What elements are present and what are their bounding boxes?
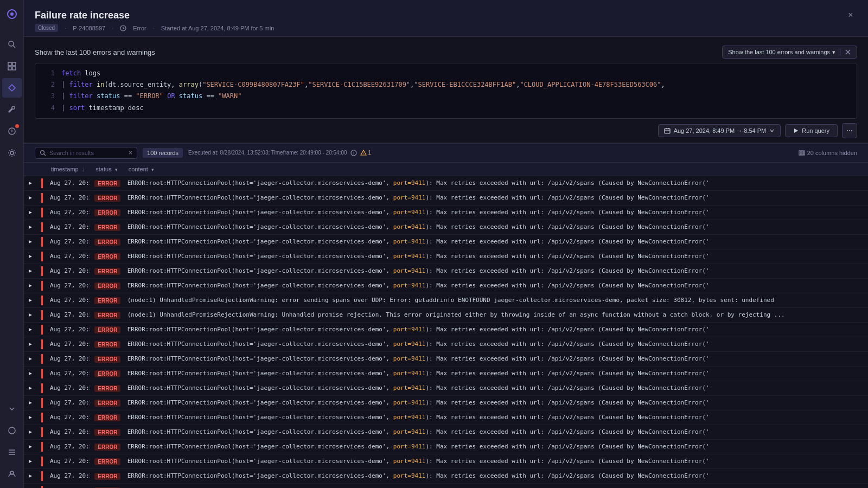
timestamp-cell: Aug 27, 20:53:59.624 [46,293,90,307]
more-icon: ⋯ [846,127,853,134]
expand-cell[interactable] [24,278,37,293]
svg-marker-36 [29,226,32,229]
timestamp-cell: Aug 27, 20:53:59.260 [46,439,90,454]
table-row: Aug 27, 20:53:59.624ERROR(node:1) Unhand… [24,307,868,322]
run-query-button[interactable]: Run query [785,124,838,137]
expand-cell[interactable] [24,205,37,220]
grid-icon-btn[interactable] [2,56,22,76]
expand-cell[interactable] [24,395,37,410]
user-icon-btn[interactable] [2,464,22,484]
timestamp-cell: Aug 27, 20:53:59.361 [46,381,90,395]
incident-type: Error [133,25,146,31]
alert-icon-btn[interactable] [2,121,22,141]
content-cell: ERROR:root:HTTPConnectionPool(host='jaeg… [123,220,868,234]
content-cell: ERROR:root:HTTPConnectionPool(host='jaeg… [123,278,868,293]
content-cell: ERROR:root:HTTPConnectionPool(host='jaeg… [123,468,868,483]
sort-desc-icon: ↓ [82,166,85,172]
status-badge: ERROR [94,356,120,363]
indicator-cell [37,234,46,249]
expand-cell[interactable] [24,307,37,322]
table-row: Aug 27, 20:53:59.766ERRORERROR:root:HTTP… [24,234,868,249]
expand-cell[interactable] [24,366,37,381]
warning-icon: ! [360,150,367,156]
code-editor[interactable]: 1 fetch logs 2 | filter in(dt.source_ent… [35,63,857,119]
status-cell: ERROR [90,234,123,249]
expand-cell[interactable] [24,410,37,425]
expand-cell[interactable] [24,293,37,307]
executed-info: Executed at: 8/28/2024, 13:52:03; Timefr… [188,150,371,156]
table-row: Aug 27, 20:53:59.567ERRORERROR:root:HTTP… [24,337,868,351]
status-badge: ERROR [94,224,120,231]
expand-cell[interactable] [24,337,37,351]
indicator-cell [37,293,46,307]
expand-cell[interactable] [24,220,37,234]
timestamp-cell: Aug 27, 20:53:59.775 [46,220,90,234]
table-row: Aug 27, 20:53:59.471ERRORERROR:root:HTTP… [24,366,868,381]
datetime-button[interactable]: Aug 27, 2024, 8:49 PM → 8:54 PM [658,124,781,137]
col-content[interactable]: content ▾ [123,163,868,176]
close-button[interactable]: × [844,9,857,22]
indicator-cell [37,483,46,488]
table-row: Aug 27, 20:53:59.168ERRORERROR:root:HTTP… [24,468,868,483]
expand-cell[interactable] [24,483,37,488]
indicator-cell [37,366,46,381]
search-clear-button[interactable]: × [129,149,132,157]
content-cell: ERROR:root:HTTPConnectionPool(host='jaeg… [123,264,868,278]
list-icon-btn[interactable] [2,442,22,462]
content-filter-icon: ▾ [151,167,154,172]
col-status-label: status [95,166,111,172]
collapse-icon-btn[interactable] [2,399,22,419]
warning-count: 1 [368,150,372,156]
expand-cell[interactable] [24,249,37,264]
circle-icon-btn[interactable] [2,421,22,440]
indicator-cell [37,264,46,278]
status-cell: ERROR [90,483,123,488]
svg-marker-39 [29,269,32,273]
expand-cell[interactable] [24,190,37,205]
query-toolbar: Aug 27, 2024, 8:49 PM → 8:54 PM Run quer… [35,123,857,138]
columns-icon [799,150,805,156]
expand-cell[interactable] [24,322,37,337]
sidebar-narrow [0,0,24,488]
svg-marker-37 [29,240,32,243]
expand-cell[interactable] [24,381,37,395]
timestamp-cell: Aug 27, 20:53:59.783 [46,205,90,220]
timestamp-cell: Aug 27, 20:53:59.357 [46,410,90,425]
gear-icon-btn[interactable] [2,143,22,163]
expand-cell[interactable] [24,468,37,483]
timestamp-cell: Aug 27, 20:53:59.624 [46,307,90,322]
table-row: Aug 27, 20:53:59.361ERRORERROR:root:HTTP… [24,381,868,395]
timestamp-cell: Aug 27, 20:53:59.568 [46,322,90,337]
expand-cell[interactable] [24,176,37,190]
dropdown-arrow-icon: ▾ [832,49,835,56]
more-options-button[interactable]: ⋯ [842,123,857,138]
col-timestamp[interactable]: timestamp ↓ [46,163,90,176]
expand-cell[interactable] [24,454,37,468]
expand-cell[interactable] [24,351,37,366]
diamond-icon-btn[interactable] [2,78,22,98]
expand-cell[interactable] [24,425,37,439]
info-icon[interactable]: i [350,150,357,156]
status-cell: ERROR [90,220,123,234]
svg-marker-8 [9,85,15,91]
expand-cell[interactable] [24,234,37,249]
status-badge: ERROR [94,209,120,216]
timestamp-cell: Aug 27, 20:53:59.168 [46,468,90,483]
expand-cell[interactable] [24,264,37,278]
query-select-button[interactable]: Show the last 100 errors and warnings ▾ [722,46,857,59]
search-icon-btn[interactable] [2,35,22,54]
svg-marker-35 [29,211,32,214]
indicator-cell [37,351,46,366]
content-area: Failure rate increase × Closed · P-24088… [24,0,868,488]
search-input[interactable] [49,150,125,156]
svg-marker-51 [29,445,32,448]
status-badge: ERROR [94,458,120,465]
col-status[interactable]: status ▾ [90,163,123,176]
timestamp-cell: Aug 27, 20:53:59.766 [46,234,90,249]
nav-logo[interactable] [2,4,22,24]
table-row: Aug 27, 20:53:59.624ERROR(node:1) Unhand… [24,293,868,307]
svg-marker-52 [29,460,32,463]
expand-cell[interactable] [24,439,37,454]
wrench-icon-btn[interactable] [2,100,22,119]
close-small-icon[interactable] [845,49,851,55]
